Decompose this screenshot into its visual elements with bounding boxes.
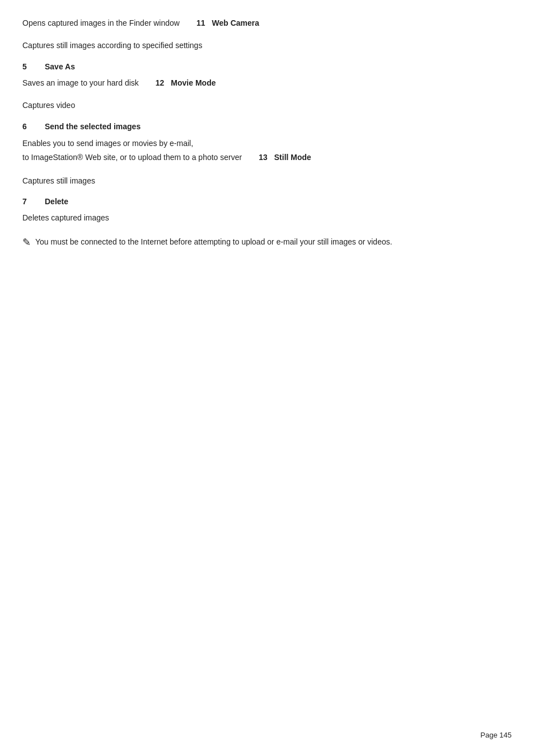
- webcamera-title: Web Camera: [212, 18, 260, 27]
- number-11: 11: [196, 18, 205, 27]
- delete-title: Delete: [45, 197, 68, 206]
- captures-video-desc: Captures video: [22, 99, 512, 111]
- number-7: 7: [22, 197, 34, 206]
- send-images-title: Send the selected images: [45, 122, 140, 131]
- deletes-captured-desc: Deletes captured images: [22, 212, 512, 224]
- captures-still-images-desc: Captures still images: [22, 175, 512, 187]
- enables-line2: to ImageStation® Web site, or to upload …: [22, 151, 242, 163]
- moviemode-title: Movie Mode: [171, 78, 216, 87]
- note-block: ✎ You must be connected to the Internet …: [22, 236, 512, 248]
- save-as-title: Save As: [45, 62, 75, 71]
- finder-description: Opens captured images in the Finder wind…: [22, 17, 180, 29]
- delete-header: 7 Delete: [22, 197, 512, 206]
- number-6: 6: [22, 122, 34, 131]
- note-icon: ✎: [22, 236, 31, 248]
- finder-row: Opens captured images in the Finder wind…: [22, 17, 512, 29]
- page-number: Page 145: [480, 731, 512, 739]
- saves-row: Saves an image to your hard disk 12 Movi…: [22, 77, 512, 89]
- enables-row: Enables you to send images or movies by …: [22, 137, 512, 165]
- page-content: Opens captured images in the Finder wind…: [0, 0, 534, 293]
- send-images-header: 6 Send the selected images: [22, 122, 512, 131]
- save-as-header: 5 Save As: [22, 62, 512, 71]
- enables-line1: Enables you to send images or movies by …: [22, 139, 193, 148]
- captures-still-desc: Captures still images according to speci…: [22, 39, 512, 51]
- number-5: 5: [22, 62, 34, 71]
- number-13: 13: [259, 151, 268, 165]
- number-12: 12: [156, 78, 165, 87]
- stillmode-title: Still Mode: [274, 151, 311, 165]
- note-text: You must be connected to the Internet be…: [35, 236, 392, 248]
- saves-description: Saves an image to your hard disk: [22, 77, 139, 89]
